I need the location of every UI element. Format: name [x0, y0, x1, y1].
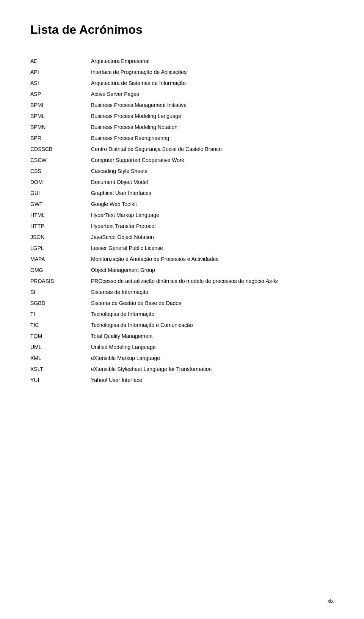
table-row: ASPActive Server Pages [30, 89, 334, 100]
acronym-definition: Document Object Model [91, 177, 334, 188]
acronym-abbr: TQM [30, 331, 91, 342]
acronym-abbr: UML [30, 342, 91, 353]
acronym-abbr: XML [30, 353, 91, 364]
acronym-abbr: API [30, 67, 91, 78]
acronym-abbr: GWT [30, 199, 91, 210]
acronym-abbr: GUI [30, 188, 91, 199]
acronym-definition: Object Management Group [91, 265, 334, 276]
acronym-abbr: BPMI [30, 100, 91, 111]
acronym-definition: Computer Supported Cooperative Work [91, 155, 334, 166]
table-row: CSCWComputer Supported Cooperative Work [30, 155, 334, 166]
acronym-definition: HyperText Markup Language [91, 210, 334, 221]
table-row: OMGObject Management Group [30, 265, 334, 276]
acronym-definition: Business Process Management Initiative [91, 100, 334, 111]
table-row: UMLUnified Modeling Language [30, 342, 334, 353]
acronym-abbr: SI [30, 287, 91, 298]
table-row: DOMDocument Object Model [30, 177, 334, 188]
acronym-abbr: JSON [30, 232, 91, 243]
acronym-definition: Tecnologias de Informação [91, 309, 334, 320]
acronym-definition: Lesser General Public License [91, 243, 334, 254]
acronym-definition: JavaScript Object Notation [91, 232, 334, 243]
acronym-definition: eXtensible Markup Language [91, 353, 334, 364]
table-row: XMLeXtensible Markup Language [30, 353, 334, 364]
acronym-abbr: YUI [30, 375, 91, 386]
acronym-definition: Sistema de Gestão de Base de Dados [91, 298, 334, 309]
table-row: JSONJavaScript Object Notation [30, 232, 334, 243]
acronym-abbr: AE [30, 56, 91, 67]
table-row: PROASISPROcesso de actualização dinâmica… [30, 276, 334, 287]
acronym-definition: Unified Modeling Language [91, 342, 334, 353]
acronym-abbr: ASP [30, 89, 91, 100]
acronym-definition: Active Server Pages [91, 89, 334, 100]
table-row: HTTPHypertext Transfer Protocol [30, 221, 334, 232]
table-row: CSSCascading Style Sheets [30, 166, 334, 177]
acronym-definition: Cascading Style Sheets [91, 166, 334, 177]
page-title: Lista de Acrónimos [30, 23, 334, 37]
table-row: CDSSCBCentro Distrital de Segurança Soci… [30, 144, 334, 155]
table-row: SGBDSistema de Gestão de Base de Dados [30, 298, 334, 309]
table-row: TQMTotal Quality Management [30, 331, 334, 342]
table-row: TITecnologias de Informação [30, 309, 334, 320]
acronym-definition: Interface de Programação de Aplicações [91, 67, 334, 78]
acronym-definition: PROcesso de actualização dinâmica do mod… [91, 276, 334, 287]
acronym-definition: Monitorização e Anotação de Processos e … [91, 254, 334, 265]
acronym-definition: Business Process Modeling Language [91, 111, 334, 122]
table-row: BPRBusiness Process Reengineering [30, 133, 334, 144]
acronym-definition: Google Web Toolkit [91, 199, 334, 210]
table-row: AEArquitectura Empresarial [30, 56, 334, 67]
acronym-definition: Tecnologias da Informação e Comunicação [91, 320, 334, 331]
table-row: BPMIBusiness Process Management Initiati… [30, 100, 334, 111]
acronym-definition: Graphical User Interfaces [91, 188, 334, 199]
acronym-definition: Business Process Modeling Notation [91, 122, 334, 133]
table-row: ASIArquitectura de Sistemas de Informaçã… [30, 78, 334, 89]
acronym-abbr: SGBD [30, 298, 91, 309]
acronym-abbr: TIC [30, 320, 91, 331]
acronym-abbr: BPR [30, 133, 91, 144]
acronym-definition: Yahoo! User Interface [91, 375, 334, 386]
acronym-abbr: PROASIS [30, 276, 91, 287]
acronym-abbr: CDSSCB [30, 144, 91, 155]
acronym-abbr: OMG [30, 265, 91, 276]
acronym-definition: Hypertext Transfer Protocol [91, 221, 334, 232]
acronym-abbr: TI [30, 309, 91, 320]
table-row: APIInterface de Programação de Aplicaçõe… [30, 67, 334, 78]
acronym-abbr: DOM [30, 177, 91, 188]
acronym-definition: Total Quality Management [91, 331, 334, 342]
acronym-abbr: LGPL [30, 243, 91, 254]
table-row: LGPLLesser General Public License [30, 243, 334, 254]
acronym-abbr: CSCW [30, 155, 91, 166]
acronym-abbr: CSS [30, 166, 91, 177]
acronym-definition: Arquitectura de Sistemas de Informação [91, 78, 334, 89]
acronym-table: AEArquitectura EmpresarialAPIInterface d… [30, 56, 334, 386]
acronym-abbr: ASI [30, 78, 91, 89]
table-row: BPMLBusiness Process Modeling Language [30, 111, 334, 122]
acronym-abbr: XSLT [30, 364, 91, 375]
acronym-definition: Centro Distrital de Segurança Social de … [91, 144, 334, 155]
acronym-definition: Business Process Reengineering [91, 133, 334, 144]
table-row: GWTGoogle Web Toolkit [30, 199, 334, 210]
table-row: BPMNBusiness Process Modeling Notation [30, 122, 334, 133]
table-row: YUIYahoo! User Interface [30, 375, 334, 386]
table-row: XSLTeXtensible Stylesheet Language for T… [30, 364, 334, 375]
acronym-definition: Sistemas de Informação [91, 287, 334, 298]
acronym-abbr: BPMN [30, 122, 91, 133]
acronym-definition: Arquitectura Empresarial [91, 56, 334, 67]
page-number: xix [328, 598, 334, 604]
table-row: HTMLHyperText Markup Language [30, 210, 334, 221]
acronym-abbr: MAPA [30, 254, 91, 265]
acronym-definition: eXtensible Stylesheet Language for Trans… [91, 364, 334, 375]
acronym-abbr: BPML [30, 111, 91, 122]
table-row: MAPAMonitorização e Anotação de Processo… [30, 254, 334, 265]
acronym-abbr: HTTP [30, 221, 91, 232]
acronym-abbr: HTML [30, 210, 91, 221]
table-row: SISistemas de Informação [30, 287, 334, 298]
table-row: GUIGraphical User Interfaces [30, 188, 334, 199]
table-row: TICTecnologias da Informação e Comunicaç… [30, 320, 334, 331]
